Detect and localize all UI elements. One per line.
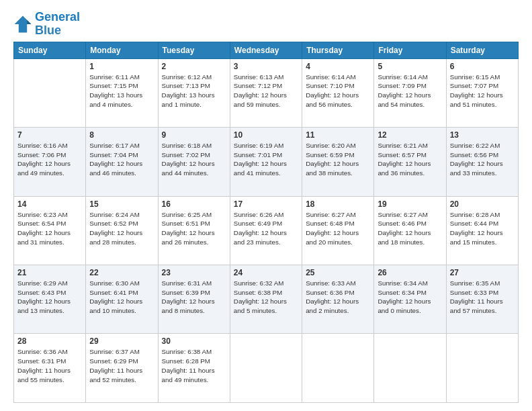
- day-number: 9: [162, 130, 226, 140]
- day-number: 8: [89, 130, 154, 140]
- day-number: 23: [162, 268, 226, 277]
- day-number: 27: [450, 268, 515, 277]
- weekday-header-sunday: Sunday: [14, 42, 86, 58]
- day-number: 12: [378, 130, 442, 140]
- day-info: Sunrise: 6:32 AM Sunset: 6:38 PM Dayligh…: [234, 279, 298, 316]
- day-number: 22: [89, 268, 154, 277]
- weekday-header-wednesday: Wednesday: [230, 42, 302, 58]
- day-info: Sunrise: 6:29 AM Sunset: 6:43 PM Dayligh…: [17, 279, 82, 316]
- day-info: Sunrise: 6:19 AM Sunset: 7:01 PM Dayligh…: [234, 141, 298, 178]
- day-info: Sunrise: 6:17 AM Sunset: 7:04 PM Dayligh…: [89, 141, 154, 178]
- day-info: Sunrise: 6:18 AM Sunset: 7:02 PM Dayligh…: [162, 141, 226, 178]
- calendar-cell: 20Sunrise: 6:28 AM Sunset: 6:44 PM Dayli…: [446, 196, 518, 265]
- calendar-cell: 26Sunrise: 6:34 AM Sunset: 6:34 PM Dayli…: [374, 265, 446, 334]
- calendar-cell: [14, 58, 86, 127]
- header: General Blue: [13, 11, 519, 38]
- day-info: Sunrise: 6:31 AM Sunset: 6:39 PM Dayligh…: [162, 279, 226, 316]
- calendar-week-2: 7Sunrise: 6:16 AM Sunset: 7:06 PM Daylig…: [14, 128, 519, 196]
- day-info: Sunrise: 6:27 AM Sunset: 6:48 PM Dayligh…: [306, 210, 370, 247]
- day-number: 2: [162, 62, 226, 71]
- calendar-cell: 28Sunrise: 6:36 AM Sunset: 6:31 PM Dayli…: [14, 334, 86, 403]
- weekday-header-thursday: Thursday: [302, 42, 374, 58]
- day-number: 6: [450, 62, 515, 71]
- weekday-header-monday: Monday: [86, 42, 158, 58]
- day-number: 5: [378, 62, 442, 71]
- calendar-cell: 11Sunrise: 6:20 AM Sunset: 6:59 PM Dayli…: [302, 128, 374, 196]
- calendar-cell: [446, 334, 518, 403]
- svg-marker-1: [27, 20, 31, 24]
- logo-text: General Blue: [35, 11, 80, 38]
- day-number: 14: [17, 199, 82, 209]
- calendar-table: SundayMondayTuesdayWednesdayThursdayFrid…: [13, 42, 519, 403]
- weekday-header-friday: Friday: [374, 42, 446, 58]
- calendar-cell: 18Sunrise: 6:27 AM Sunset: 6:48 PM Dayli…: [302, 196, 374, 265]
- calendar-cell: 3Sunrise: 6:13 AM Sunset: 7:12 PM Daylig…: [230, 58, 302, 127]
- day-info: Sunrise: 6:38 AM Sunset: 6:28 PM Dayligh…: [162, 347, 226, 384]
- day-number: 26: [378, 268, 442, 277]
- day-info: Sunrise: 6:27 AM Sunset: 6:46 PM Dayligh…: [378, 210, 442, 247]
- day-info: Sunrise: 6:16 AM Sunset: 7:06 PM Dayligh…: [17, 141, 82, 178]
- day-info: Sunrise: 6:35 AM Sunset: 6:33 PM Dayligh…: [450, 279, 515, 316]
- day-info: Sunrise: 6:33 AM Sunset: 6:36 PM Dayligh…: [306, 279, 370, 316]
- calendar-cell: 10Sunrise: 6:19 AM Sunset: 7:01 PM Dayli…: [230, 128, 302, 196]
- calendar-cell: 14Sunrise: 6:23 AM Sunset: 6:54 PM Dayli…: [14, 196, 86, 265]
- calendar-cell: 23Sunrise: 6:31 AM Sunset: 6:39 PM Dayli…: [158, 265, 230, 334]
- day-number: 7: [17, 130, 82, 140]
- day-number: 25: [306, 268, 370, 277]
- weekday-header-saturday: Saturday: [446, 42, 518, 58]
- calendar-week-5: 28Sunrise: 6:36 AM Sunset: 6:31 PM Dayli…: [14, 334, 519, 403]
- calendar-cell: 12Sunrise: 6:21 AM Sunset: 6:57 PM Dayli…: [374, 128, 446, 196]
- day-number: 3: [234, 62, 298, 71]
- calendar-cell: 29Sunrise: 6:37 AM Sunset: 6:29 PM Dayli…: [86, 334, 158, 403]
- page: General Blue SundayMondayTuesdayWednesda…: [0, 0, 532, 411]
- day-info: Sunrise: 6:26 AM Sunset: 6:49 PM Dayligh…: [234, 210, 298, 247]
- day-info: Sunrise: 6:28 AM Sunset: 6:44 PM Dayligh…: [450, 210, 515, 247]
- calendar-cell: [230, 334, 302, 403]
- calendar-cell: 8Sunrise: 6:17 AM Sunset: 7:04 PM Daylig…: [86, 128, 158, 196]
- calendar-cell: 17Sunrise: 6:26 AM Sunset: 6:49 PM Dayli…: [230, 196, 302, 265]
- calendar-cell: 22Sunrise: 6:30 AM Sunset: 6:41 PM Dayli…: [86, 265, 158, 334]
- calendar-cell: [374, 334, 446, 403]
- day-info: Sunrise: 6:12 AM Sunset: 7:13 PM Dayligh…: [162, 73, 226, 109]
- day-info: Sunrise: 6:21 AM Sunset: 6:57 PM Dayligh…: [378, 141, 442, 178]
- calendar-cell: 21Sunrise: 6:29 AM Sunset: 6:43 PM Dayli…: [14, 265, 86, 334]
- calendar-cell: 6Sunrise: 6:15 AM Sunset: 7:07 PM Daylig…: [446, 58, 518, 127]
- day-info: Sunrise: 6:25 AM Sunset: 6:51 PM Dayligh…: [162, 210, 226, 247]
- calendar-cell: 24Sunrise: 6:32 AM Sunset: 6:38 PM Dayli…: [230, 265, 302, 334]
- calendar-cell: 1Sunrise: 6:11 AM Sunset: 7:15 PM Daylig…: [86, 58, 158, 127]
- calendar-cell: 13Sunrise: 6:22 AM Sunset: 6:56 PM Dayli…: [446, 128, 518, 196]
- day-number: 10: [234, 130, 298, 140]
- day-number: 28: [17, 336, 82, 346]
- calendar-cell: 5Sunrise: 6:14 AM Sunset: 7:09 PM Daylig…: [374, 58, 446, 127]
- day-info: Sunrise: 6:30 AM Sunset: 6:41 PM Dayligh…: [89, 279, 154, 316]
- day-info: Sunrise: 6:24 AM Sunset: 6:52 PM Dayligh…: [89, 210, 154, 247]
- logo: General Blue: [13, 11, 80, 38]
- day-number: 11: [306, 130, 370, 140]
- day-info: Sunrise: 6:23 AM Sunset: 6:54 PM Dayligh…: [17, 210, 82, 247]
- day-number: 15: [89, 199, 154, 209]
- calendar-cell: 7Sunrise: 6:16 AM Sunset: 7:06 PM Daylig…: [14, 128, 86, 196]
- day-number: 13: [450, 130, 515, 140]
- day-number: 20: [450, 199, 515, 209]
- calendar-header: SundayMondayTuesdayWednesdayThursdayFrid…: [14, 42, 519, 58]
- day-info: Sunrise: 6:11 AM Sunset: 7:15 PM Dayligh…: [89, 73, 154, 109]
- day-number: 1: [89, 62, 154, 71]
- day-info: Sunrise: 6:20 AM Sunset: 6:59 PM Dayligh…: [306, 141, 370, 178]
- logo-blue: Blue: [35, 24, 61, 37]
- day-number: 21: [17, 268, 82, 277]
- calendar-cell: 4Sunrise: 6:14 AM Sunset: 7:10 PM Daylig…: [302, 58, 374, 127]
- day-number: 29: [89, 336, 154, 346]
- day-number: 30: [162, 336, 226, 346]
- day-number: 19: [378, 199, 442, 209]
- day-info: Sunrise: 6:13 AM Sunset: 7:12 PM Dayligh…: [234, 73, 298, 109]
- calendar-cell: 9Sunrise: 6:18 AM Sunset: 7:02 PM Daylig…: [158, 128, 230, 196]
- day-info: Sunrise: 6:14 AM Sunset: 7:09 PM Dayligh…: [378, 73, 442, 109]
- day-info: Sunrise: 6:34 AM Sunset: 6:34 PM Dayligh…: [378, 279, 442, 316]
- calendar-cell: 2Sunrise: 6:12 AM Sunset: 7:13 PM Daylig…: [158, 58, 230, 127]
- day-info: Sunrise: 6:15 AM Sunset: 7:07 PM Dayligh…: [450, 73, 515, 109]
- calendar-cell: 19Sunrise: 6:27 AM Sunset: 6:46 PM Dayli…: [374, 196, 446, 265]
- day-info: Sunrise: 6:37 AM Sunset: 6:29 PM Dayligh…: [89, 347, 154, 384]
- calendar-cell: 15Sunrise: 6:24 AM Sunset: 6:52 PM Dayli…: [86, 196, 158, 265]
- calendar-week-4: 21Sunrise: 6:29 AM Sunset: 6:43 PM Dayli…: [14, 265, 519, 334]
- calendar-cell: 16Sunrise: 6:25 AM Sunset: 6:51 PM Dayli…: [158, 196, 230, 265]
